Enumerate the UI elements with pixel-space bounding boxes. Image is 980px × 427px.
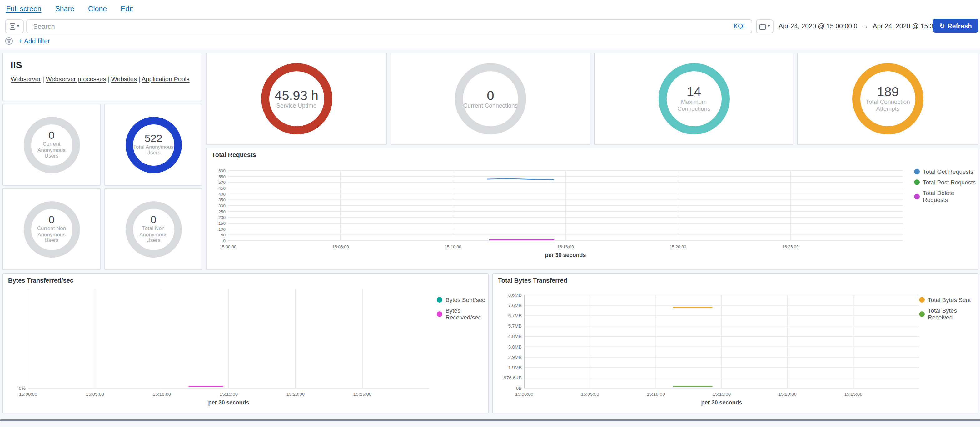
kibana-dashboard: Full screen Share Clone Edit ▾ KQL ▾	[0, 0, 980, 427]
legend-dot-icon	[437, 297, 442, 303]
gauge-label: Service Uptime	[277, 102, 317, 109]
svg-text:400: 400	[218, 192, 226, 197]
legend-item-total-bytes-sent[interactable]: Total Bytes Sent	[919, 296, 978, 303]
panel-title[interactable]: Bytes Transferred/sec	[3, 274, 78, 284]
gauge-ring-maximum-connections: 14Maximum Connections	[658, 63, 729, 134]
kql-button[interactable]: KQL	[733, 22, 747, 29]
legend-dot-icon	[914, 179, 920, 185]
gauge-value: 0	[487, 88, 494, 102]
panel-maximum-connections: 14Maximum Connections	[594, 53, 794, 145]
legend-item-bytes-received-sec[interactable]: Bytes Received/sec	[437, 307, 488, 321]
svg-text:550: 550	[218, 174, 226, 179]
panel-total-non-anonymous-users: 0Total Non Anonymous Users	[104, 188, 202, 270]
nav-full-screen[interactable]: Full screen	[6, 5, 41, 13]
gauge-ring-total-connection-attempts: 189Total Connection Attempts	[852, 63, 923, 134]
svg-text:15:25:00: 15:25:00	[844, 391, 862, 397]
svg-text:300: 300	[218, 204, 226, 208]
panel-current-non-anonymous-users: 0Current Non Anonymous Users	[3, 188, 100, 270]
markdown-link-webserver-processes[interactable]: Webserver processes	[46, 76, 106, 83]
total-bytes-transferred-chart[interactable]: 15:00:0015:05:0015:10:0015:15:0015:20:00…	[494, 286, 923, 411]
svg-text:4.8MB: 4.8MB	[508, 333, 522, 339]
svg-text:150: 150	[218, 221, 226, 226]
refresh-button[interactable]: ↻ Refresh	[933, 19, 978, 32]
markdown-link-websites[interactable]: Websites	[111, 76, 137, 83]
svg-text:15:10:00: 15:10:00	[445, 244, 461, 249]
legend-dot-icon	[914, 193, 920, 199]
bytes-transferred-per-sec-chart[interactable]: 15:00:0015:05:0015:10:0015:15:0015:20:00…	[4, 286, 433, 411]
svg-text:0B: 0B	[516, 386, 522, 391]
svg-text:per 30 seconds: per 30 seconds	[701, 400, 742, 406]
legend-label: Total Delete Requests	[923, 190, 978, 203]
svg-text:500: 500	[218, 180, 226, 185]
markdown-link-application-pools[interactable]: Application Pools	[142, 76, 189, 83]
svg-text:15:25:00: 15:25:00	[353, 391, 371, 397]
svg-text:2.9MB: 2.9MB	[508, 354, 522, 360]
panel-title[interactable]: Total Requests	[207, 148, 261, 158]
total-requests-chart[interactable]: 15:00:0015:05:0015:10:0015:15:0015:20:00…	[210, 164, 908, 268]
filter-bar: + Add filter	[0, 34, 980, 48]
gauge-value: 189	[877, 85, 899, 99]
svg-text:15:00:00: 15:00:00	[19, 391, 37, 397]
nav-edit[interactable]: Edit	[121, 5, 133, 13]
refresh-icon: ↻	[939, 22, 945, 29]
svg-text:7.6MB: 7.6MB	[508, 303, 522, 308]
svg-text:15:15:00: 15:15:00	[220, 391, 238, 397]
svg-text:0: 0	[223, 239, 226, 243]
filter-options-icon[interactable]	[5, 37, 13, 45]
svg-text:per 30 seconds: per 30 seconds	[545, 252, 586, 258]
horizontal-scrollbar[interactable]	[0, 419, 980, 421]
markdown-link-webserver[interactable]: Webserver	[11, 76, 41, 83]
svg-text:15:05:00: 15:05:00	[332, 244, 349, 249]
svg-text:350: 350	[218, 198, 226, 202]
svg-text:per 30 seconds: per 30 seconds	[208, 400, 249, 406]
svg-text:15:20:00: 15:20:00	[670, 244, 686, 249]
top-navigation: Full screen Share Clone Edit	[0, 0, 980, 18]
panel-current-connections: 0Current Connections	[390, 53, 590, 145]
search-input[interactable]	[32, 20, 709, 32]
saved-query-menu-button[interactable]: ▾	[5, 19, 24, 33]
gauge-label: Current Connections	[463, 102, 518, 109]
gauge-value: 45.93 h	[275, 88, 318, 102]
legend-item-bytes-sent-sec[interactable]: Bytes Sent/sec	[437, 296, 488, 303]
svg-text:200: 200	[218, 215, 226, 220]
gauge-value: 522	[145, 133, 162, 144]
search-box: KQL	[26, 19, 752, 33]
svg-text:1.9MB: 1.9MB	[508, 365, 522, 370]
legend-item-total-delete-requests[interactable]: Total Delete Requests	[914, 190, 978, 203]
panel-title[interactable]: Total Bytes Transferred	[493, 274, 572, 284]
svg-text:15:05:00: 15:05:00	[581, 391, 599, 397]
gauge-label: Maximum Connections	[667, 99, 721, 113]
gauge-ring-current-anonymous-users: 0Current Anonymous Users	[24, 116, 80, 173]
panel-total-connection-attempts: 189Total Connection Attempts	[797, 53, 978, 145]
svg-text:6.7MB: 6.7MB	[508, 313, 522, 318]
gauge-label: Total Anonymous Users	[133, 144, 174, 156]
gauge-ring-total-anonymous-users: 522Total Anonymous Users	[125, 116, 181, 173]
gauge-label: Total Connection Attempts	[860, 99, 915, 113]
gauge-ring-current-non-anonymous-users: 0Current Non Anonymous Users	[24, 201, 80, 257]
legend-label: Total Post Requests	[923, 179, 976, 186]
date-from[interactable]: Apr 24, 2020 @ 15:00:00.0	[778, 22, 858, 29]
svg-text:15:20:00: 15:20:00	[778, 391, 796, 397]
svg-text:5.7MB: 5.7MB	[508, 323, 522, 328]
date-picker-button[interactable]: ▾	[756, 19, 773, 33]
gauge-ring-current-connections: 0Current Connections	[455, 63, 526, 134]
svg-text:15:15:00: 15:15:00	[713, 391, 731, 397]
link-separator: |	[137, 76, 142, 83]
legend-item-total-get-requests[interactable]: Total Get Requests	[914, 168, 978, 175]
add-filter-button[interactable]: + Add filter	[19, 37, 50, 45]
svg-text:976.6KB: 976.6KB	[504, 375, 522, 381]
saved-query-icon	[10, 23, 16, 30]
panel-total-anonymous-users: 522Total Anonymous Users	[104, 104, 202, 186]
legend-label: Total Bytes Sent	[928, 296, 970, 303]
date-range: Apr 24, 2020 @ 15:00:00.0 → Apr 24, 2020…	[778, 19, 951, 32]
nav-clone[interactable]: Clone	[88, 5, 107, 13]
nav-share[interactable]: Share	[55, 5, 74, 13]
svg-text:15:00:00: 15:00:00	[515, 391, 533, 397]
link-separator: |	[41, 76, 46, 83]
chart-legend: Total Get RequestsTotal Post RequestsTot…	[914, 168, 978, 203]
link-separator: |	[106, 76, 111, 83]
legend-item-total-post-requests[interactable]: Total Post Requests	[914, 179, 978, 186]
gauge-label: Current Anonymous Users	[31, 141, 72, 160]
svg-text:50: 50	[221, 233, 226, 237]
legend-item-total-bytes-received[interactable]: Total Bytes Received	[919, 307, 978, 321]
